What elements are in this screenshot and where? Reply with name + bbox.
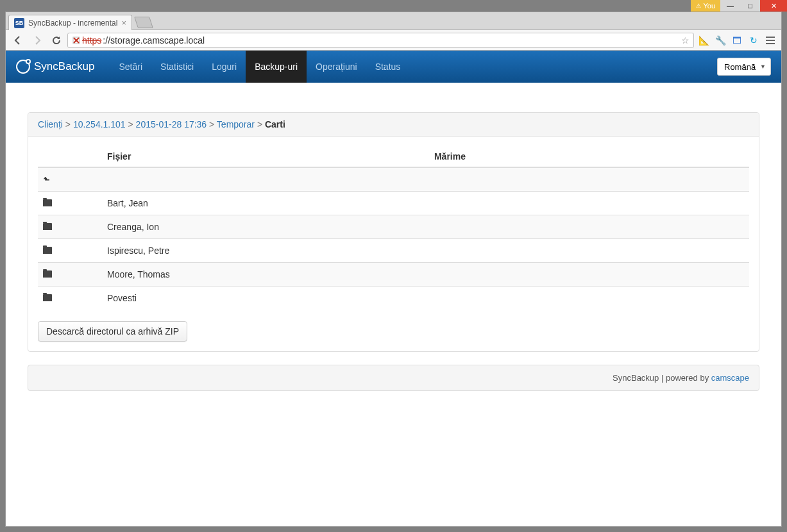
breadcrumb-temporar[interactable]: Temporar <box>217 119 255 129</box>
nav-item-statistici[interactable]: Statistici <box>151 51 203 83</box>
file-name: Bart, Jean <box>102 192 429 215</box>
back-button[interactable] <box>10 32 26 49</box>
breadcrumb: Clienți > 10.254.1.101 > 2015-01-28 17:3… <box>28 113 759 137</box>
col-size: Mărime <box>429 146 749 167</box>
main-container: Clienți > 10.254.1.101 > 2015-01-28 17:3… <box>6 83 781 391</box>
file-size <box>429 287 749 310</box>
window-titlebar: ⚠You — □ ✕ <box>0 0 787 12</box>
address-bar[interactable]: https://storage.camscape.local ☆ <box>67 33 694 48</box>
insecure-icon <box>72 36 81 45</box>
nav-item-loguri[interactable]: Loguri <box>203 51 246 83</box>
file-name: Povesti <box>102 287 429 310</box>
table-row[interactable]: Moore, Thomas <box>38 263 749 287</box>
browser-tab[interactable]: SB SyncBackup - incremental × <box>8 15 132 30</box>
table-row[interactable]: Ispirescu, Petre <box>38 239 749 263</box>
app-navbar: SyncBackup Setări Statistici Loguri Back… <box>6 51 781 83</box>
files-panel: Clienți > 10.254.1.101 > 2015-01-28 17:3… <box>28 112 759 352</box>
browser-toolbar: https://storage.camscape.local ☆ 📐 🔧 🗖 ↻ <box>6 30 781 51</box>
browser-window: SB SyncBackup - incremental × https://st… <box>5 12 782 527</box>
footer-link[interactable]: camscape <box>711 373 749 383</box>
parent-dir-row[interactable]: ⬑ <box>38 167 749 192</box>
folder-icon <box>43 270 52 278</box>
table-row[interactable]: Creanga, Ion <box>38 215 749 239</box>
main-nav: Setări Statistici Loguri Backup-uri Oper… <box>110 51 410 83</box>
new-tab-button[interactable] <box>134 17 153 28</box>
favicon: SB <box>14 18 24 28</box>
browser-menu-button[interactable] <box>763 33 777 47</box>
app-brand[interactable]: SyncBackup <box>16 60 95 74</box>
file-size <box>429 215 749 239</box>
footer: SyncBackup | powered by camscape <box>28 365 759 391</box>
table-row[interactable]: Bart, Jean <box>38 192 749 215</box>
user-badge-label: You <box>703 2 715 10</box>
nav-item-operatiuni[interactable]: Operațiuni <box>307 51 366 83</box>
url-text: ://storage.camscape.local <box>103 35 205 46</box>
level-up-icon: ⬑ <box>44 174 50 185</box>
user-badge[interactable]: ⚠You <box>691 0 720 12</box>
breadcrumb-ip[interactable]: 10.254.1.101 <box>73 119 126 129</box>
folder-icon <box>43 199 52 206</box>
footer-text: SyncBackup | powered by <box>613 373 711 383</box>
folder-icon <box>43 247 52 254</box>
tab-close-button[interactable]: × <box>121 18 126 28</box>
forward-button[interactable] <box>29 32 46 49</box>
nav-item-status[interactable]: Status <box>366 51 410 83</box>
tab-title: SyncBackup - incremental <box>28 19 117 28</box>
folder-icon <box>43 223 52 230</box>
col-file: Fișier <box>102 146 429 167</box>
extension-icon-2[interactable]: 🔧 <box>713 33 727 47</box>
extension-icon-3[interactable]: 🗖 <box>730 33 744 47</box>
panel-body: Fișier Mărime ⬑ <box>28 137 759 351</box>
window-maximize-button[interactable]: □ <box>740 0 760 12</box>
file-size <box>429 263 749 287</box>
download-zip-button[interactable]: Descarcă directorul ca arhivă ZIP <box>38 321 187 342</box>
files-table: Fișier Mărime ⬑ <box>38 146 749 310</box>
file-size <box>429 239 749 263</box>
tab-strip: SB SyncBackup - incremental × <box>6 12 781 30</box>
file-name: Creanga, Ion <box>102 215 429 239</box>
page-content: SyncBackup Setări Statistici Loguri Back… <box>6 51 781 526</box>
nav-item-backupuri[interactable]: Backup-uri <box>246 51 307 83</box>
window-close-button[interactable]: ✕ <box>760 0 787 12</box>
table-row[interactable]: Povesti <box>38 287 749 310</box>
breadcrumb-clients[interactable]: Clienți <box>38 119 63 129</box>
nav-item-setari[interactable]: Setări <box>110 51 152 83</box>
language-select[interactable]: Română <box>717 58 771 76</box>
window-minimize-button[interactable]: — <box>720 0 740 12</box>
file-name: Ispirescu, Petre <box>102 239 429 263</box>
breadcrumb-current: Carti <box>265 119 285 129</box>
file-size <box>429 192 749 215</box>
extension-icon-1[interactable]: 📐 <box>697 33 711 47</box>
bookmark-star-icon[interactable]: ☆ <box>681 35 690 46</box>
extension-icon-4[interactable]: ↻ <box>747 33 761 47</box>
window-frame: ⚠You — □ ✕ SB SyncBackup - incremental × <box>0 0 787 532</box>
brand-icon <box>16 60 30 74</box>
file-name: Moore, Thomas <box>102 263 429 287</box>
breadcrumb-date[interactable]: 2015-01-28 17:36 <box>136 119 207 129</box>
brand-label: SyncBackup <box>34 60 95 73</box>
warning-icon: ⚠ <box>696 3 701 9</box>
language-select-wrap: Română <box>717 58 771 76</box>
folder-icon <box>43 294 52 301</box>
reload-button[interactable] <box>48 32 65 49</box>
